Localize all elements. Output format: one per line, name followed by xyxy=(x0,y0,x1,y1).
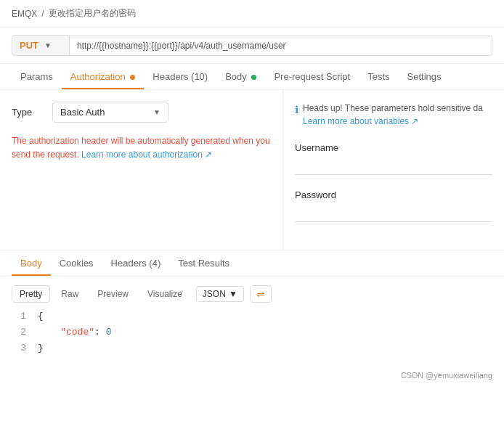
breadcrumb-separator: / xyxy=(41,9,44,19)
learn-variables-link[interactable]: Learn more about variables ↗ xyxy=(303,116,418,126)
url-input[interactable] xyxy=(70,36,492,56)
line-code-2: "code": 0 xyxy=(38,324,111,340)
line-code-1: { xyxy=(38,309,44,324)
method-label: PUT xyxy=(20,40,38,51)
breadcrumb-root[interactable]: EMQX xyxy=(12,9,37,19)
auth-left-panel: Type Basic Auth ▼ The authorization head… xyxy=(0,90,283,250)
code-line-2: 2 "code": 0 xyxy=(12,324,492,340)
footer: CSDN @yemuxiaweiliang xyxy=(0,365,504,385)
method-select[interactable]: PUT ▼ xyxy=(12,35,70,56)
format-select[interactable]: JSON ▼ xyxy=(196,286,244,302)
tab-authorization[interactable]: Authorization xyxy=(62,64,145,89)
body-dot xyxy=(251,75,256,80)
password-input[interactable] xyxy=(295,205,492,222)
tab-tests[interactable]: Tests xyxy=(359,64,398,89)
resp-tab-body[interactable]: Body xyxy=(12,250,51,276)
code-value: 0 xyxy=(106,327,112,338)
alert-box: ℹ Heads up! These parameters hold sensit… xyxy=(295,102,492,128)
type-dropdown[interactable]: Basic Auth ▼ xyxy=(52,102,168,123)
tab-params[interactable]: Params xyxy=(12,64,62,89)
code-content: 1 { 2 "code": 0 3 } xyxy=(0,306,504,359)
tab-settings[interactable]: Settings xyxy=(399,64,450,89)
format-chevron: ▼ xyxy=(229,289,237,299)
code-line-1: 1 { xyxy=(12,309,492,324)
line-num-2: 2 xyxy=(12,324,26,340)
breadcrumb-current: 更改指定用户名的密码 xyxy=(49,7,136,20)
type-row: Type Basic Auth ▼ xyxy=(12,102,271,123)
preview-button[interactable]: Preview xyxy=(89,285,137,303)
request-tabs: Params Authorization Headers (10) Body P… xyxy=(0,64,504,90)
type-chevron: ▼ xyxy=(153,108,160,116)
method-chevron: ▼ xyxy=(44,41,52,49)
code-line-3: 3 } xyxy=(12,340,492,356)
resp-tab-test-results[interactable]: Test Results xyxy=(169,250,238,276)
auth-right-panel: ℹ Heads up! These parameters hold sensit… xyxy=(283,90,504,250)
wrap-button[interactable]: ⇌ xyxy=(250,285,272,303)
pretty-button[interactable]: Pretty xyxy=(12,285,50,303)
resp-tab-cookies[interactable]: Cookies xyxy=(51,250,102,276)
tab-body[interactable]: Body xyxy=(216,64,265,89)
tab-headers[interactable]: Headers (10) xyxy=(144,64,216,89)
password-field-row: Password xyxy=(295,189,492,222)
watermark: CSDN @yemuxiaweiliang xyxy=(401,371,492,380)
code-toolbar: Pretty Raw Preview Visualize JSON ▼ ⇌ xyxy=(0,282,504,306)
learn-auth-link[interactable]: Learn more about authorization ↗ xyxy=(81,150,212,160)
format-label: JSON xyxy=(203,289,226,299)
visualize-button[interactable]: Visualize xyxy=(139,285,190,303)
raw-button[interactable]: Raw xyxy=(53,285,86,303)
alert-content: Heads up! These parameters hold sensitiv… xyxy=(303,102,483,128)
auth-info-text: The authorization header will be automat… xyxy=(12,134,271,162)
type-value: Basic Auth xyxy=(60,107,105,118)
resp-tab-headers[interactable]: Headers (4) xyxy=(102,250,170,276)
code-key: "code" xyxy=(60,327,94,338)
response-tabs: Body Cookies Headers (4) Test Results xyxy=(0,250,504,277)
method-bar: PUT ▼ xyxy=(0,28,504,64)
info-icon: ℹ xyxy=(295,102,298,118)
breadcrumb: EMQX / 更改指定用户名的密码 xyxy=(0,0,504,28)
password-label: Password xyxy=(295,189,492,200)
line-num-1: 1 xyxy=(12,309,26,324)
response-area: Body Cookies Headers (4) Test Results Pr… xyxy=(0,250,504,365)
line-code-3: } xyxy=(38,340,44,356)
line-num-3: 3 xyxy=(12,340,26,356)
username-field-row: Username xyxy=(295,142,492,175)
type-label: Type xyxy=(12,107,41,118)
username-input[interactable] xyxy=(295,158,492,175)
tab-pre-request[interactable]: Pre-request Script xyxy=(265,64,359,89)
authorization-dot xyxy=(130,75,135,80)
code-area: Pretty Raw Preview Visualize JSON ▼ ⇌ 1 … xyxy=(0,277,504,365)
username-label: Username xyxy=(295,142,492,153)
content-area: Type Basic Auth ▼ The authorization head… xyxy=(0,90,504,250)
